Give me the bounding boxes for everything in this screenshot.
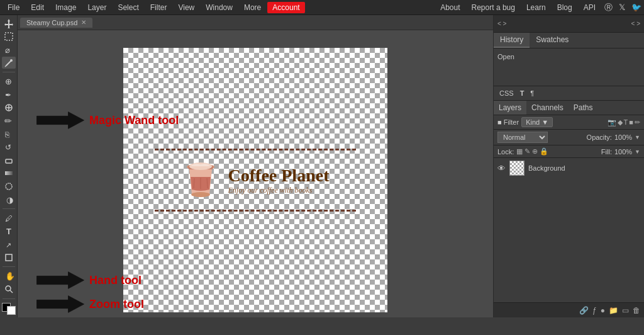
kind-dropdown[interactable]: Kind ▼ (521, 117, 553, 127)
tab-paths[interactable]: Paths (569, 101, 598, 115)
svg-rect-14 (6, 159, 12, 163)
svg-text:✋: ✋ (5, 271, 14, 281)
spot-heal-tool[interactable] (2, 102, 16, 114)
menu-select[interactable]: Select (113, 2, 143, 13)
filter-icon-1[interactable]: 📷 (608, 118, 616, 127)
svg-rect-1 (5, 33, 13, 40)
paragraph-icon[interactable]: ¶ (528, 89, 536, 98)
dodge-tool[interactable]: ◑ (2, 193, 16, 205)
crop-tool[interactable]: ⊕ (2, 76, 16, 88)
blend-mode-select[interactable]: Normal Multiply Screen Overlay (497, 132, 548, 143)
menu-image[interactable]: Image (50, 2, 81, 13)
menu-file[interactable]: File (3, 2, 25, 13)
lock-pixels-icon[interactable]: ✎ (525, 147, 530, 156)
twitter-icon[interactable]: 𝕏 (619, 3, 625, 12)
opacity-arrow[interactable]: ▼ (635, 134, 640, 140)
effects-icon[interactable]: ƒ (592, 306, 597, 315)
filter-icon-3[interactable]: T (624, 118, 628, 127)
folder-icon[interactable]: 📁 (609, 306, 618, 315)
clone-stamp-tool[interactable]: ⎘ (2, 128, 16, 140)
tab-history[interactable]: History (494, 33, 530, 48)
pen-tool[interactable]: 🖊 (2, 212, 16, 224)
svg-text:◑: ◑ (6, 195, 13, 205)
layer-name: Background (528, 164, 565, 172)
type-icon[interactable]: T (518, 89, 526, 98)
color-swatches[interactable] (2, 303, 16, 315)
tab-channels[interactable]: Channels (526, 101, 569, 115)
delete-icon[interactable]: 🗑 (633, 306, 640, 315)
shape-tool[interactable] (2, 251, 16, 263)
menu-bar: File Edit Image Layer Select Filter View… (0, 0, 644, 15)
menu-blog[interactable]: Blog (555, 2, 575, 13)
canvas-viewport: Coffee Planet Enjoy our coffee with book… (18, 30, 493, 317)
menu-view[interactable]: View (173, 2, 199, 13)
menu-window[interactable]: Window (201, 2, 238, 13)
menu-layer[interactable]: Layer (82, 2, 111, 13)
filter-icon-4[interactable]: ■ (629, 118, 633, 127)
right-top-strip: < > < > (494, 15, 644, 33)
collapse-left-icon[interactable]: < > (497, 20, 506, 27)
lock-icons: ▦ ✎ ⊕ 🔒 (516, 147, 548, 156)
filter-icon-2[interactable]: ◆ (618, 118, 623, 127)
coffee-cup-illustration (182, 158, 219, 202)
document-tab[interactable]: Steamy Cup.psd ✕ (20, 18, 92, 28)
new-layer-icon[interactable]: ▭ (622, 306, 629, 315)
link-icon[interactable]: 🔗 (579, 306, 589, 315)
opacity-value: 100% (614, 133, 632, 141)
svg-marker-32 (37, 112, 84, 129)
menu-edit[interactable]: Edit (26, 2, 49, 13)
menu-learn[interactable]: Learn (524, 2, 548, 13)
lock-position-icon[interactable]: ⊕ (532, 147, 538, 156)
brush-tool[interactable]: ✏ (2, 115, 16, 127)
blend-row: Normal Multiply Screen Overlay Opacity: … (494, 130, 644, 145)
history-content: Open (494, 48, 644, 86)
history-swatches-tabs: History Swatches (494, 33, 644, 48)
filter-icons: 📷 ◆ T ■ ✏ (608, 118, 640, 127)
layer-thumbnail (509, 161, 525, 176)
filter-icon-5[interactable]: ✏ (635, 118, 640, 127)
magic-wand-tool[interactable] (2, 57, 16, 69)
blur-tool[interactable] (2, 180, 16, 192)
collapse-right-icon[interactable]: < > (631, 20, 640, 27)
tab-layers[interactable]: Layers (494, 101, 526, 115)
layer-visibility-icon[interactable]: 👁 (497, 164, 506, 173)
menu-right: About Report a bug Learn Blog API Ⓡ 𝕏 🐦 (438, 2, 641, 13)
lock-transparency-icon[interactable]: ▦ (516, 147, 523, 156)
lock-all-icon[interactable]: 🔒 (540, 147, 548, 156)
toolbar-divider (3, 72, 15, 72)
zoom-tool[interactable] (2, 283, 16, 295)
eyedropper-tool[interactable]: ✒ (2, 89, 16, 101)
canvas-content: Coffee Planet Enjoy our coffee with book… (123, 48, 387, 312)
right-panel: < > < > History Swatches Open CSS T ¶ La… (493, 15, 644, 317)
menu-about[interactable]: About (438, 2, 462, 13)
menu-filter[interactable]: Filter (145, 2, 172, 13)
path-select-tool[interactable]: ↗ (2, 238, 16, 250)
fill-arrow[interactable]: ▼ (635, 149, 640, 155)
move-tool[interactable] (2, 18, 16, 30)
hand-tool[interactable]: ✋ (2, 270, 16, 282)
doc-tab-close[interactable]: ✕ (81, 19, 86, 26)
menu-api[interactable]: API (581, 2, 598, 13)
toolbar-divider-3 (3, 266, 15, 267)
eraser-tool[interactable] (2, 154, 16, 166)
marquee-tool[interactable] (2, 31, 16, 43)
mask-icon[interactable]: ● (601, 306, 605, 315)
brand-name: Coffee Planet (228, 166, 330, 186)
gradient-tool[interactable] (2, 168, 16, 179)
lasso-tool[interactable]: ⌀ (2, 44, 16, 56)
svg-line-24 (10, 290, 13, 293)
fill-label: Fill: (601, 148, 612, 156)
filter-bar: ■ Filter Kind ▼ 📷 ◆ T ■ ✏ (494, 115, 644, 130)
menu-account[interactable]: Account (267, 2, 304, 13)
svg-rect-15 (5, 171, 13, 175)
reddit-icon[interactable]: Ⓡ (604, 2, 613, 13)
history-brush-tool[interactable]: ↺ (2, 141, 16, 153)
menu-report-bug[interactable]: Report a bug (469, 2, 518, 13)
hand-tool-label: Hand tool (89, 274, 142, 287)
toolbar-divider-4 (3, 298, 15, 299)
menu-more[interactable]: More (239, 2, 266, 13)
text-tool[interactable]: T (2, 225, 16, 237)
facebook-icon[interactable]: 🐦 (631, 3, 641, 12)
css-icon[interactable]: CSS (497, 89, 516, 98)
tab-swatches[interactable]: Swatches (530, 33, 575, 48)
